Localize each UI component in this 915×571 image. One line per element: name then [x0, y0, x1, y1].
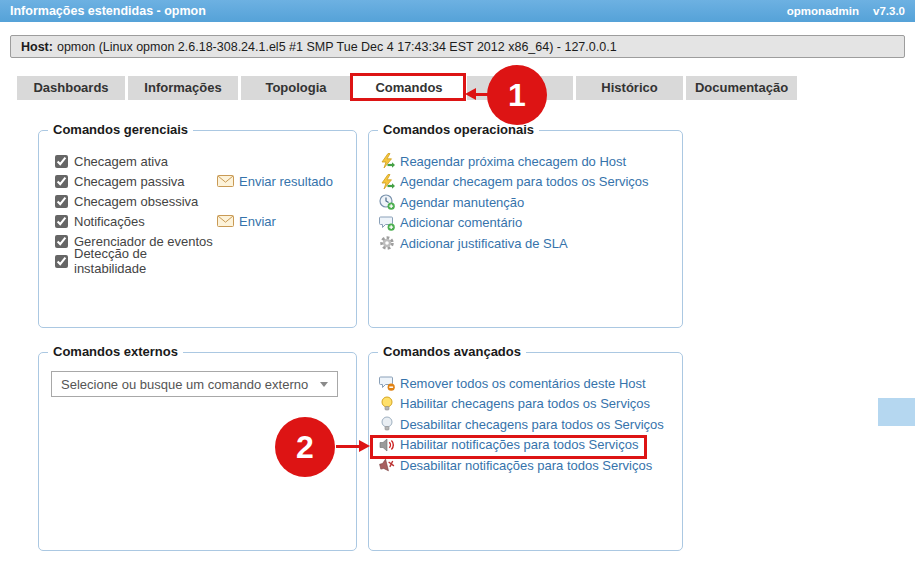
desabilitar-checagens-link[interactable]: Desabilitar checagens para todos os Serv…	[379, 414, 682, 435]
reschedule-check-icon	[379, 153, 395, 169]
opmon-extended-info-page: Informações estendidas - opmon opmonadmi…	[0, 0, 915, 571]
host-value: opmon (Linux opmon 2.6.18-308.24.1.el5 #…	[57, 40, 617, 54]
tab-topologia[interactable]: Topologia	[241, 76, 351, 100]
link-label: Remover todos os comentários deste Host	[400, 376, 646, 391]
select-value: Selecione ou busque um comando externo	[61, 377, 308, 392]
tab-comandos[interactable]: Comandos	[354, 76, 464, 100]
add-comment-icon	[379, 215, 395, 231]
step2-arrowhead-icon	[359, 440, 370, 452]
checkbox-label: Detecção de instabilidade	[74, 246, 217, 276]
envelope-icon	[217, 215, 234, 227]
bulb-off-icon	[379, 416, 395, 432]
tab-informacoes[interactable]: Informações	[128, 76, 238, 100]
speaker-muted-icon	[377, 456, 396, 475]
check-row-checagem-ativa: Checagem ativa	[55, 151, 356, 171]
notificacoes-checkbox[interactable]	[55, 215, 68, 228]
check-row-checagem-obsessiva: Checagem obsessiva	[55, 191, 356, 211]
logged-user: opmonadmin	[787, 5, 859, 17]
enviar-resultado-link[interactable]: Enviar resultado	[217, 174, 333, 189]
schedule-check-icon	[379, 174, 395, 190]
remover-comentarios-link[interactable]: Remover todos os comentários deste Host	[379, 373, 682, 394]
checagem-ativa-checkbox[interactable]	[55, 155, 68, 168]
panel-title: Comandos gerenciais	[48, 122, 193, 137]
enviar-link[interactable]: Enviar	[217, 214, 276, 229]
sla-justification-icon	[379, 235, 395, 251]
panel-comandos-operacionais: Comandos operacionais Reagendar próxima …	[368, 130, 683, 328]
check-row-deteccao-instabilidade: Detecção de instabilidade	[55, 251, 356, 271]
step2-badge: 2	[275, 417, 335, 477]
link-label: Adicionar justificativa de SLA	[400, 236, 568, 251]
tab-dashboards[interactable]: Dashboards	[17, 76, 125, 100]
step2-arrow	[336, 445, 360, 448]
link-label: Agendar checagem para todos os Serviços	[400, 174, 649, 189]
external-command-select[interactable]: Selecione ou busque um comando externo	[51, 371, 338, 397]
link-label: Adicionar comentário	[400, 215, 522, 230]
action-label: Enviar resultado	[239, 174, 333, 189]
blue-fragment	[878, 398, 915, 426]
bulb-on-icon	[379, 396, 395, 412]
remove-comments-icon	[379, 375, 395, 391]
step1-arrowhead-icon	[465, 88, 476, 100]
action-label: Enviar	[239, 214, 276, 229]
panel-comandos-gerenciais: Comandos gerenciais Checagem ativa Checa…	[38, 130, 357, 328]
agendar-checagem-servicos-link[interactable]: Agendar checagem para todos os Serviços	[379, 172, 682, 193]
check-row-notificacoes: Notificações Enviar	[55, 211, 356, 231]
checkbox-label: Checagem passiva	[74, 174, 217, 189]
envelope-icon	[217, 175, 234, 187]
check-row-checagem-passiva: Checagem passiva Enviar resultado	[55, 171, 356, 191]
desabilitar-notificacoes-link[interactable]: Desabilitar notificações para todos Serv…	[379, 455, 682, 476]
link-label: Desabilitar checagens para todos os Serv…	[400, 417, 664, 432]
checagem-passiva-checkbox[interactable]	[55, 175, 68, 188]
link-label: Habilitar checagens para todos os Serviç…	[400, 396, 650, 411]
checkbox-label: Notificações	[74, 214, 217, 229]
habilitar-notificacoes-link[interactable]: Habilitar notificações para todos Serviç…	[379, 435, 682, 456]
tab-historico[interactable]: Histórico	[576, 76, 683, 100]
gerenciador-eventos-checkbox[interactable]	[55, 235, 68, 248]
chevron-down-icon	[320, 382, 328, 387]
host-info-bar: Host: opmon (Linux opmon 2.6.18-308.24.1…	[10, 35, 905, 58]
agendar-manutencao-link[interactable]: Agendar manutenção	[379, 192, 682, 213]
link-label: Reagendar próxima checagem do Host	[400, 154, 626, 169]
window-title-bar: Informações estendidas - opmon opmonadmi…	[0, 0, 915, 22]
checkbox-label: Checagem ativa	[74, 154, 217, 169]
habilitar-checagens-link[interactable]: Habilitar checagens para todos os Serviç…	[379, 394, 682, 415]
panel-title: Comandos externos	[48, 344, 183, 359]
adicionar-comentario-link[interactable]: Adicionar comentário	[379, 213, 682, 234]
speaker-on-icon	[379, 437, 395, 453]
panel-comandos-avancados: Comandos avançados Remover todos os come…	[368, 352, 683, 551]
host-label: Host:	[21, 40, 53, 54]
app-version: v7.3.0	[873, 5, 905, 17]
deteccao-instabilidade-checkbox[interactable]	[55, 255, 68, 268]
link-label: Desabilitar notificações para todos Serv…	[400, 458, 652, 473]
adicionar-justificativa-sla-link[interactable]: Adicionar justificativa de SLA	[379, 233, 682, 254]
checkbox-label: Checagem obsessiva	[74, 194, 217, 209]
page-title: Informações estendidas - opmon	[10, 4, 206, 18]
schedule-maintenance-icon	[379, 194, 395, 210]
link-label: Agendar manutenção	[400, 195, 524, 210]
checagem-obsessiva-checkbox[interactable]	[55, 195, 68, 208]
panel-title: Comandos avançados	[378, 344, 526, 359]
link-label: Habilitar notificações para todos Serviç…	[400, 437, 638, 452]
tab-documentacao[interactable]: Documentação	[686, 76, 797, 100]
tab-bar: Dashboards Informações Topologia Comando…	[17, 76, 800, 100]
reagendar-checagem-host-link[interactable]: Reagendar próxima checagem do Host	[379, 151, 682, 172]
step1-badge: 1	[487, 65, 547, 125]
